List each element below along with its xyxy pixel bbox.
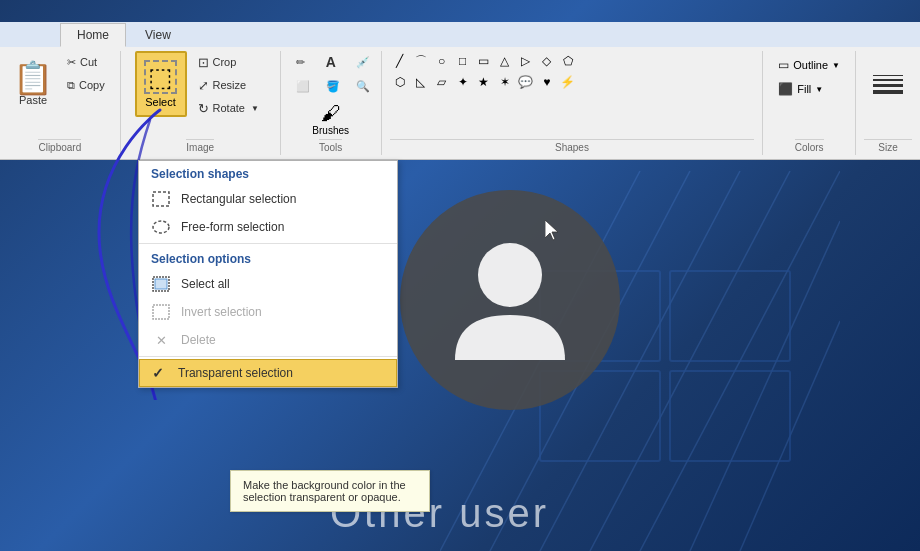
select-button[interactable]: ⬚ Select [135,51,187,117]
text-button[interactable]: A [319,51,343,73]
size-button[interactable] [864,51,912,117]
cut-button[interactable]: ✂ Cut [60,51,112,73]
select-all-label: Select all [181,277,230,291]
brushes-button[interactable]: 🖌 Brushes [309,99,352,139]
selection-options-header: Selection options [139,246,397,270]
rotate-button[interactable]: ↻ Rotate ▼ [191,97,266,119]
invert-selection-item[interactable]: Invert selection [139,298,397,326]
eyedropper-icon: 💉 [356,56,370,69]
shape-pentagon[interactable]: ⬠ [558,51,578,71]
outline-dropdown-icon: ▼ [832,61,840,70]
profile-circle [400,190,620,410]
freeform-selection-item[interactable]: Free-form selection [139,213,397,241]
image-label: Image [186,139,214,155]
shape-hexagon[interactable]: ⬡ [390,72,410,92]
shape-oval[interactable]: ○ [432,51,452,71]
crop-icon: ⊡ [198,55,209,70]
resize-button[interactable]: ⤢ Resize [191,74,266,96]
shape-rect[interactable]: □ [453,51,473,71]
menu-divider-2 [139,356,397,357]
rotate-icon: ↻ [198,101,209,116]
shape-parallelogram[interactable]: ▱ [432,72,452,92]
size-line-1 [873,75,903,76]
image-small-buttons: ⊡ Crop ⤢ Resize ↻ Rotate ▼ [191,51,266,119]
size-lines [873,75,903,94]
eyedropper-button[interactable]: 💉 [349,51,377,73]
shapes-buttons: ╱ ⌒ ○ □ ▭ △ ▷ ◇ ⬠ ⬡ ◺ ▱ ✦ ★ ✶ 💬 ♥ ⚡ [390,51,590,92]
fill-icon: ⬛ [778,82,793,96]
paste-button[interactable]: 📋 Paste [8,51,58,117]
tab-view[interactable]: View [128,23,188,47]
profile-icon [445,230,575,370]
clipboard-group: 📋 Paste ✂ Cut ⧉ Copy Clipboard [0,51,121,155]
outline-label: Outline [793,59,828,71]
shape-curve[interactable]: ⌒ [411,51,431,71]
delete-label: Delete [181,333,216,347]
shape-roundrect[interactable]: ▭ [474,51,494,71]
outline-button[interactable]: ▭ Outline ▼ [771,55,847,75]
shape-triangle[interactable]: △ [495,51,515,71]
shape-right-triangle[interactable]: ◺ [411,72,431,92]
copy-button[interactable]: ⧉ Copy [60,74,112,96]
crop-label: Crop [213,56,237,68]
rectangular-selection-label: Rectangular selection [181,192,296,206]
shape-callout[interactable]: 💬 [516,72,536,92]
svg-rect-17 [153,305,169,319]
brushes-label: Brushes [312,125,349,136]
text-icon: A [326,54,336,70]
clipboard-buttons: 📋 Paste ✂ Cut ⧉ Copy [8,51,112,139]
svg-rect-16 [155,279,167,289]
pencil-button[interactable]: ✏ [289,51,312,73]
delete-item[interactable]: ✕ Delete [139,326,397,354]
shape-heart[interactable]: ♥ [537,72,557,92]
outline-icon: ▭ [778,58,789,72]
outline-fill-buttons: ▭ Outline ▼ ⬛ Fill ▼ [771,51,847,139]
rotate-dropdown-icon: ▼ [251,104,259,113]
freeform-selection-icon [151,217,171,237]
crop-button[interactable]: ⊡ Crop [191,51,266,73]
pencil-icon: ✏ [296,56,305,69]
svg-rect-13 [153,192,169,206]
invert-selection-label: Invert selection [181,305,262,319]
fill-bucket-icon: 🪣 [326,80,340,93]
fill-button[interactable]: 🪣 [319,75,347,97]
svg-rect-10 [670,371,790,461]
shape-star5[interactable]: ★ [474,72,494,92]
transparent-selection-item[interactable]: ✓ Transparent selection [139,359,397,387]
invert-selection-icon [151,302,171,322]
shape-arrow-right[interactable]: ▷ [516,51,536,71]
tab-home[interactable]: Home [60,23,126,47]
clipboard-label: Clipboard [38,139,81,155]
magnifier-icon: 🔍 [356,80,370,93]
ribbon: Home View 📋 Paste ✂ Cut ⧉ Copy [0,22,920,160]
cut-copy-buttons: ✂ Cut ⧉ Copy [60,51,112,96]
copy-label: Copy [79,79,105,91]
tools-buttons: ✏ ⬜ A 🪣 💉 🔍 [289,51,373,97]
select-dropdown-menu: Selection shapes Rectangular selection F… [138,160,398,388]
rotate-label: Rotate [213,102,245,114]
shape-diamond[interactable]: ◇ [537,51,557,71]
image-group: ⬚ Select ⊡ Crop ⤢ Resize ↻ Rotate [121,51,281,155]
shapes-label: Shapes [390,139,755,155]
shape-lightning[interactable]: ⚡ [558,72,578,92]
cut-label: Cut [80,56,97,68]
shape-line[interactable]: ╱ [390,51,410,71]
transparent-selection-label: Transparent selection [178,366,293,380]
shape-star4[interactable]: ✦ [453,72,473,92]
select-all-item[interactable]: Select all [139,270,397,298]
freeform-selection-label: Free-form selection [181,220,284,234]
fill-button[interactable]: ⬛ Fill ▼ [771,79,830,99]
selection-shapes-header: Selection shapes [139,161,397,185]
rectangular-selection-item[interactable]: Rectangular selection [139,185,397,213]
copy-icon: ⧉ [67,79,75,92]
shape-star6[interactable]: ✶ [495,72,515,92]
brushes-icon: 🖌 [321,102,341,125]
resize-icon: ⤢ [198,78,209,93]
tooltip-text-line1: Make the background color in the [243,479,406,491]
image-buttons: ⬚ Select ⊡ Crop ⤢ Resize ↻ Rotate [135,51,266,139]
fill-dropdown-icon: ▼ [815,85,823,94]
eraser-button[interactable]: ⬜ [289,75,317,97]
select-all-icon [151,274,171,294]
paste-label: Paste [19,94,47,106]
magnifier-button[interactable]: 🔍 [349,75,377,97]
